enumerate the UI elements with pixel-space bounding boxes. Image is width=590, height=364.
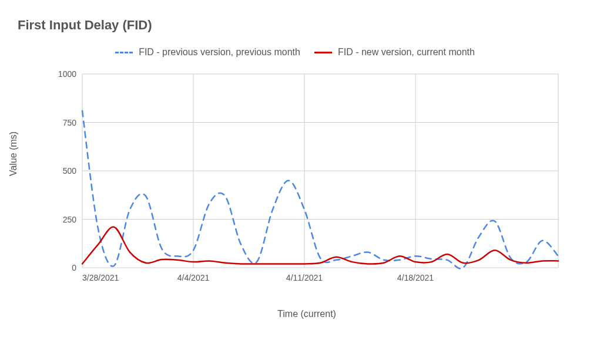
legend-swatch-solid bbox=[314, 52, 332, 53]
svg-text:4/11/2021: 4/11/2021 bbox=[286, 273, 323, 282]
svg-text:4/4/2021: 4/4/2021 bbox=[177, 273, 210, 282]
legend-label: FID - new version, current month bbox=[338, 47, 475, 58]
chart-container: First Input Delay (FID) FID - previous v… bbox=[0, 0, 590, 364]
legend-item-new: FID - new version, current month bbox=[314, 47, 475, 58]
svg-text:4/18/2021: 4/18/2021 bbox=[397, 273, 434, 282]
svg-text:0: 0 bbox=[72, 263, 76, 272]
svg-text:1000: 1000 bbox=[58, 69, 76, 79]
plot-area: 025050075010003/28/20214/4/20214/11/2021… bbox=[47, 68, 566, 319]
legend-swatch-dashed bbox=[115, 52, 133, 53]
legend: FID - previous version, previous month F… bbox=[12, 47, 578, 58]
svg-text:500: 500 bbox=[63, 166, 77, 176]
chart-title: First Input Delay (FID) bbox=[18, 18, 578, 33]
svg-text:750: 750 bbox=[63, 118, 77, 127]
legend-label: FID - previous version, previous month bbox=[139, 47, 300, 58]
legend-item-previous: FID - previous version, previous month bbox=[115, 47, 300, 58]
y-axis-label: Value (ms) bbox=[8, 132, 19, 176]
x-axis-label: Time (current) bbox=[47, 309, 566, 319]
svg-text:3/28/2021: 3/28/2021 bbox=[82, 273, 119, 282]
chart-svg: 025050075010003/28/20214/4/20214/11/2021… bbox=[47, 68, 564, 285]
svg-text:250: 250 bbox=[63, 215, 77, 224]
